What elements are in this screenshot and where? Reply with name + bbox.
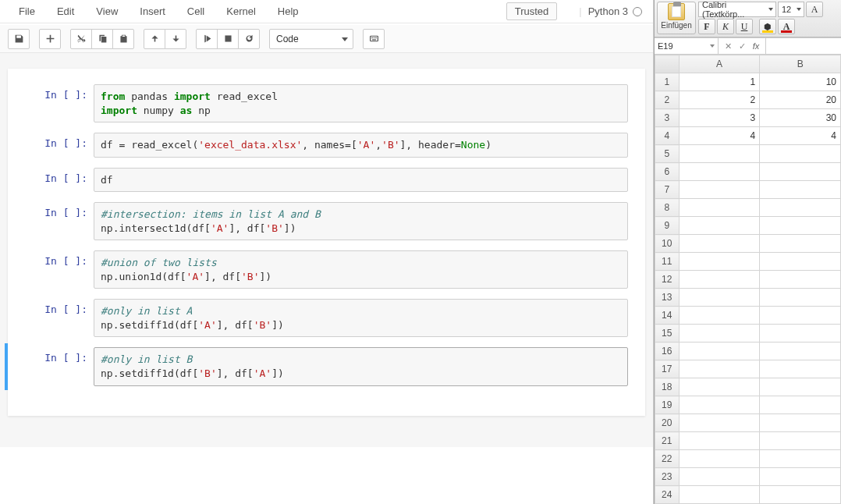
move-down-button[interactable] (165, 29, 186, 49)
cell-B21[interactable] (760, 432, 841, 450)
cell-A12[interactable] (679, 271, 760, 289)
cell-B1[interactable]: 10 (760, 73, 841, 91)
menu-insert[interactable]: Insert (129, 2, 176, 20)
row-header-10[interactable]: 10 (655, 235, 680, 253)
row-header-24[interactable]: 24 (655, 486, 680, 504)
row-header-7[interactable]: 7 (655, 181, 680, 199)
kernel-indicator[interactable]: Python 3 (588, 5, 642, 17)
run-button[interactable] (196, 29, 218, 49)
cell-A23[interactable] (679, 468, 760, 486)
row-header-20[interactable]: 20 (655, 414, 680, 432)
code-input[interactable]: #intersection: items in list A and B np.… (94, 202, 628, 240)
cell-B17[interactable] (760, 360, 841, 378)
row-header-15[interactable]: 15 (655, 325, 680, 343)
row-header-1[interactable]: 1 (655, 73, 680, 91)
column-header-B[interactable]: B (760, 55, 841, 73)
code-input[interactable]: from pandas import read_excel import num… (94, 84, 628, 122)
row-header-12[interactable]: 12 (655, 271, 680, 289)
menu-view[interactable]: View (85, 2, 129, 20)
accept-icon[interactable]: ✓ (737, 41, 747, 51)
cell-B24[interactable] (760, 486, 841, 504)
cell-A3[interactable]: 3 (679, 109, 760, 127)
cell-B23[interactable] (760, 468, 841, 486)
row-header-17[interactable]: 17 (655, 360, 680, 378)
row-header-22[interactable]: 22 (655, 450, 680, 468)
italic-button[interactable]: K (717, 19, 734, 34)
cell-A2[interactable]: 2 (679, 91, 760, 109)
code-cell[interactable]: In [ ]: df = read_excel('excel_data.xlsx… (8, 129, 645, 161)
cell-A18[interactable] (679, 378, 760, 396)
row-header-4[interactable]: 4 (655, 127, 680, 145)
cell-A1[interactable]: 1 (679, 73, 760, 91)
name-box[interactable]: E19 (655, 38, 719, 54)
paste-button[interactable]: Einfügen (657, 2, 696, 34)
underline-button[interactable]: U (736, 19, 753, 34)
column-header-A[interactable]: A (679, 55, 760, 73)
row-header-23[interactable]: 23 (655, 468, 680, 486)
code-input[interactable]: df (94, 168, 628, 193)
stop-button[interactable] (217, 29, 239, 49)
cell-A5[interactable] (679, 145, 760, 163)
cell-A10[interactable] (679, 235, 760, 253)
row-header-8[interactable]: 8 (655, 199, 680, 217)
cell-A15[interactable] (679, 325, 760, 343)
bold-button[interactable]: F (698, 19, 715, 34)
cell-B4[interactable]: 4 (760, 127, 841, 145)
cell-A19[interactable] (679, 396, 760, 414)
cell-A22[interactable] (679, 450, 760, 468)
row-header-19[interactable]: 19 (655, 396, 680, 414)
select-all-corner[interactable] (655, 55, 680, 73)
cell-B15[interactable] (760, 325, 841, 343)
row-header-5[interactable]: 5 (655, 145, 680, 163)
increase-font-button[interactable]: A (806, 2, 823, 17)
row-header-3[interactable]: 3 (655, 109, 680, 127)
row-header-6[interactable]: 6 (655, 163, 680, 181)
row-header-14[interactable]: 14 (655, 307, 680, 325)
code-input[interactable]: #union of two lists np.union1d(df['A'], … (94, 250, 628, 289)
menu-edit[interactable]: Edit (46, 2, 85, 20)
row-header-21[interactable]: 21 (655, 432, 680, 450)
cell-B5[interactable] (760, 145, 841, 163)
menu-cell[interactable]: Cell (176, 2, 215, 20)
row-header-11[interactable]: 11 (655, 253, 680, 271)
command-palette-button[interactable] (363, 29, 385, 49)
cell-A7[interactable] (679, 181, 760, 199)
code-cell[interactable]: In [ ]: #intersection: items in list A a… (8, 198, 645, 244)
code-cell[interactable]: In [ ]: from pandas import read_excel im… (8, 80, 645, 126)
cell-A24[interactable] (679, 486, 760, 504)
cell-B3[interactable]: 30 (760, 109, 841, 127)
cell-B7[interactable] (760, 181, 841, 199)
spreadsheet-grid[interactable]: AB11102220333044456789101112131415161718… (655, 55, 841, 504)
cell-B13[interactable] (760, 289, 841, 307)
cell-A20[interactable] (679, 414, 760, 432)
cut-button[interactable] (70, 29, 92, 49)
cancel-icon[interactable]: ✕ (723, 41, 733, 51)
cell-A6[interactable] (679, 163, 760, 181)
cell-A9[interactable] (679, 217, 760, 235)
cell-A16[interactable] (679, 343, 760, 360)
cell-A17[interactable] (679, 360, 760, 378)
cell-A11[interactable] (679, 253, 760, 271)
add-cell-button[interactable] (39, 29, 61, 49)
cell-B10[interactable] (760, 235, 841, 253)
cell-B16[interactable] (760, 343, 841, 360)
menu-kernel[interactable]: Kernel (215, 2, 267, 20)
row-header-16[interactable]: 16 (655, 343, 680, 360)
cell-B6[interactable] (760, 163, 841, 181)
cell-B22[interactable] (760, 450, 841, 468)
cell-A8[interactable] (679, 199, 760, 217)
restart-button[interactable] (238, 29, 260, 49)
copy-button[interactable] (91, 29, 113, 49)
cell-B2[interactable]: 20 (760, 91, 841, 109)
row-header-9[interactable]: 9 (655, 217, 680, 235)
font-size-select[interactable]: 12 (778, 2, 804, 17)
move-up-button[interactable] (144, 29, 165, 49)
cell-A13[interactable] (679, 289, 760, 307)
cell-B19[interactable] (760, 396, 841, 414)
cell-B11[interactable] (760, 253, 841, 271)
cell-B9[interactable] (760, 217, 841, 235)
fill-color-button[interactable]: ⬢ (759, 19, 776, 34)
cell-A14[interactable] (679, 307, 760, 325)
paste-button[interactable] (112, 29, 134, 49)
menu-help[interactable]: Help (267, 2, 310, 20)
